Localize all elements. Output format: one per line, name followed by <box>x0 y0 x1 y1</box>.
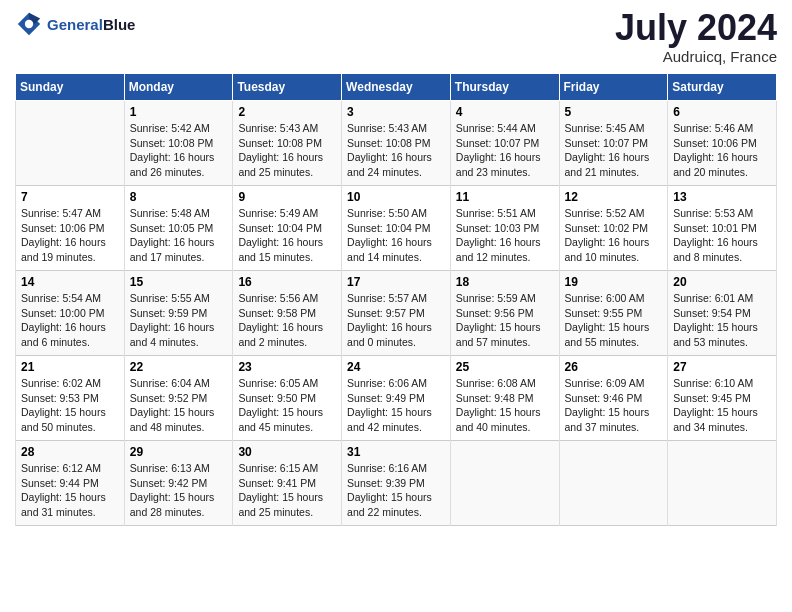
day-cell <box>16 101 125 186</box>
svg-point-2 <box>25 20 33 28</box>
day-number: 15 <box>130 275 228 289</box>
col-header-tuesday: Tuesday <box>233 74 342 101</box>
day-number: 16 <box>238 275 336 289</box>
day-cell: 26Sunrise: 6:09 AM Sunset: 9:46 PM Dayli… <box>559 356 668 441</box>
day-info: Sunrise: 5:44 AM Sunset: 10:07 PM Daylig… <box>456 121 554 180</box>
day-cell: 24Sunrise: 6:06 AM Sunset: 9:49 PM Dayli… <box>342 356 451 441</box>
logo-icon <box>15 10 43 38</box>
col-header-saturday: Saturday <box>668 74 777 101</box>
day-cell <box>668 441 777 526</box>
day-info: Sunrise: 6:00 AM Sunset: 9:55 PM Dayligh… <box>565 291 663 350</box>
col-header-friday: Friday <box>559 74 668 101</box>
location: Audruicq, France <box>615 48 777 65</box>
day-cell: 7Sunrise: 5:47 AM Sunset: 10:06 PM Dayli… <box>16 186 125 271</box>
col-header-thursday: Thursday <box>450 74 559 101</box>
day-cell: 13Sunrise: 5:53 AM Sunset: 10:01 PM Dayl… <box>668 186 777 271</box>
header-row: SundayMondayTuesdayWednesdayThursdayFrid… <box>16 74 777 101</box>
day-info: Sunrise: 5:48 AM Sunset: 10:05 PM Daylig… <box>130 206 228 265</box>
day-cell: 17Sunrise: 5:57 AM Sunset: 9:57 PM Dayli… <box>342 271 451 356</box>
day-cell: 12Sunrise: 5:52 AM Sunset: 10:02 PM Dayl… <box>559 186 668 271</box>
day-cell: 16Sunrise: 5:56 AM Sunset: 9:58 PM Dayli… <box>233 271 342 356</box>
col-header-sunday: Sunday <box>16 74 125 101</box>
day-cell: 31Sunrise: 6:16 AM Sunset: 9:39 PM Dayli… <box>342 441 451 526</box>
day-number: 9 <box>238 190 336 204</box>
day-number: 28 <box>21 445 119 459</box>
day-number: 26 <box>565 360 663 374</box>
day-info: Sunrise: 5:56 AM Sunset: 9:58 PM Dayligh… <box>238 291 336 350</box>
day-info: Sunrise: 5:43 AM Sunset: 10:08 PM Daylig… <box>238 121 336 180</box>
day-cell: 2Sunrise: 5:43 AM Sunset: 10:08 PM Dayli… <box>233 101 342 186</box>
logo-line2: Blue <box>103 16 136 33</box>
day-info: Sunrise: 5:52 AM Sunset: 10:02 PM Daylig… <box>565 206 663 265</box>
day-info: Sunrise: 5:59 AM Sunset: 9:56 PM Dayligh… <box>456 291 554 350</box>
day-cell: 11Sunrise: 5:51 AM Sunset: 10:03 PM Dayl… <box>450 186 559 271</box>
day-number: 30 <box>238 445 336 459</box>
day-info: Sunrise: 5:57 AM Sunset: 9:57 PM Dayligh… <box>347 291 445 350</box>
day-number: 8 <box>130 190 228 204</box>
day-number: 1 <box>130 105 228 119</box>
day-cell <box>559 441 668 526</box>
day-cell: 1Sunrise: 5:42 AM Sunset: 10:08 PM Dayli… <box>124 101 233 186</box>
day-cell: 23Sunrise: 6:05 AM Sunset: 9:50 PM Dayli… <box>233 356 342 441</box>
day-cell: 19Sunrise: 6:00 AM Sunset: 9:55 PM Dayli… <box>559 271 668 356</box>
day-cell: 9Sunrise: 5:49 AM Sunset: 10:04 PM Dayli… <box>233 186 342 271</box>
day-number: 2 <box>238 105 336 119</box>
logo-line1: General <box>47 16 103 33</box>
day-info: Sunrise: 5:54 AM Sunset: 10:00 PM Daylig… <box>21 291 119 350</box>
day-cell: 10Sunrise: 5:50 AM Sunset: 10:04 PM Dayl… <box>342 186 451 271</box>
week-row-3: 14Sunrise: 5:54 AM Sunset: 10:00 PM Dayl… <box>16 271 777 356</box>
day-info: Sunrise: 5:53 AM Sunset: 10:01 PM Daylig… <box>673 206 771 265</box>
day-number: 6 <box>673 105 771 119</box>
day-number: 21 <box>21 360 119 374</box>
day-number: 23 <box>238 360 336 374</box>
day-number: 17 <box>347 275 445 289</box>
day-number: 13 <box>673 190 771 204</box>
day-info: Sunrise: 5:50 AM Sunset: 10:04 PM Daylig… <box>347 206 445 265</box>
day-info: Sunrise: 6:13 AM Sunset: 9:42 PM Dayligh… <box>130 461 228 520</box>
week-row-2: 7Sunrise: 5:47 AM Sunset: 10:06 PM Dayli… <box>16 186 777 271</box>
day-info: Sunrise: 5:43 AM Sunset: 10:08 PM Daylig… <box>347 121 445 180</box>
day-cell: 4Sunrise: 5:44 AM Sunset: 10:07 PM Dayli… <box>450 101 559 186</box>
day-number: 20 <box>673 275 771 289</box>
logo-text: GeneralBlue <box>47 16 135 33</box>
week-row-5: 28Sunrise: 6:12 AM Sunset: 9:44 PM Dayli… <box>16 441 777 526</box>
day-number: 29 <box>130 445 228 459</box>
day-number: 19 <box>565 275 663 289</box>
day-number: 24 <box>347 360 445 374</box>
day-info: Sunrise: 6:12 AM Sunset: 9:44 PM Dayligh… <box>21 461 119 520</box>
day-number: 3 <box>347 105 445 119</box>
day-number: 25 <box>456 360 554 374</box>
day-cell: 18Sunrise: 5:59 AM Sunset: 9:56 PM Dayli… <box>450 271 559 356</box>
day-info: Sunrise: 6:05 AM Sunset: 9:50 PM Dayligh… <box>238 376 336 435</box>
day-cell: 6Sunrise: 5:46 AM Sunset: 10:06 PM Dayli… <box>668 101 777 186</box>
day-info: Sunrise: 6:08 AM Sunset: 9:48 PM Dayligh… <box>456 376 554 435</box>
day-info: Sunrise: 6:02 AM Sunset: 9:53 PM Dayligh… <box>21 376 119 435</box>
month-title: July 2024 <box>615 10 777 46</box>
day-info: Sunrise: 6:09 AM Sunset: 9:46 PM Dayligh… <box>565 376 663 435</box>
day-cell: 29Sunrise: 6:13 AM Sunset: 9:42 PM Dayli… <box>124 441 233 526</box>
day-number: 11 <box>456 190 554 204</box>
day-info: Sunrise: 6:04 AM Sunset: 9:52 PM Dayligh… <box>130 376 228 435</box>
day-cell: 22Sunrise: 6:04 AM Sunset: 9:52 PM Dayli… <box>124 356 233 441</box>
day-info: Sunrise: 5:51 AM Sunset: 10:03 PM Daylig… <box>456 206 554 265</box>
day-cell: 27Sunrise: 6:10 AM Sunset: 9:45 PM Dayli… <box>668 356 777 441</box>
day-info: Sunrise: 5:55 AM Sunset: 9:59 PM Dayligh… <box>130 291 228 350</box>
day-cell: 14Sunrise: 5:54 AM Sunset: 10:00 PM Dayl… <box>16 271 125 356</box>
week-row-1: 1Sunrise: 5:42 AM Sunset: 10:08 PM Dayli… <box>16 101 777 186</box>
day-number: 7 <box>21 190 119 204</box>
day-number: 27 <box>673 360 771 374</box>
header: GeneralBlue July 2024 Audruicq, France <box>15 10 777 65</box>
day-info: Sunrise: 6:16 AM Sunset: 9:39 PM Dayligh… <box>347 461 445 520</box>
day-info: Sunrise: 5:45 AM Sunset: 10:07 PM Daylig… <box>565 121 663 180</box>
day-info: Sunrise: 6:06 AM Sunset: 9:49 PM Dayligh… <box>347 376 445 435</box>
day-cell: 28Sunrise: 6:12 AM Sunset: 9:44 PM Dayli… <box>16 441 125 526</box>
day-number: 18 <box>456 275 554 289</box>
day-cell: 8Sunrise: 5:48 AM Sunset: 10:05 PM Dayli… <box>124 186 233 271</box>
day-cell: 30Sunrise: 6:15 AM Sunset: 9:41 PM Dayli… <box>233 441 342 526</box>
day-cell <box>450 441 559 526</box>
calendar-table: SundayMondayTuesdayWednesdayThursdayFrid… <box>15 73 777 526</box>
day-number: 4 <box>456 105 554 119</box>
day-cell: 21Sunrise: 6:02 AM Sunset: 9:53 PM Dayli… <box>16 356 125 441</box>
col-header-monday: Monday <box>124 74 233 101</box>
day-cell: 5Sunrise: 5:45 AM Sunset: 10:07 PM Dayli… <box>559 101 668 186</box>
